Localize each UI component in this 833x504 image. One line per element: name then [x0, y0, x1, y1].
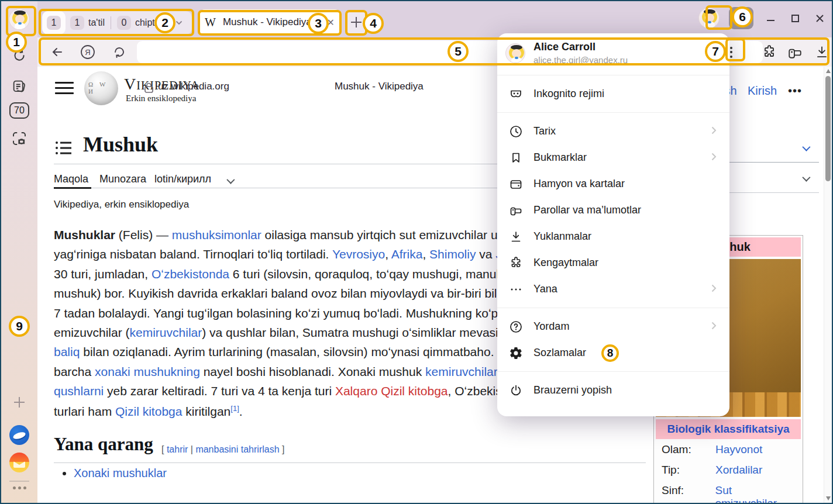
menu-item-power[interactable]: Brauzerni yopish — [497, 377, 729, 403]
wiki-link[interactable]: Afrika — [391, 247, 423, 261]
wiki-link[interactable]: manbasini tahrirlash — [195, 444, 279, 454]
see-also-list: Xonaki mushuklar — [74, 467, 167, 480]
site-subtitle: Vikipediya, erkin ensiklopediya — [54, 199, 189, 210]
wiki-menu-icon[interactable] — [55, 82, 74, 94]
wiki-link[interactable]: kemiruvchilarni — [425, 365, 498, 378]
browser-window: 70 1 1 ta'til 0 chipta W Mushuk - Vikipe… — [0, 0, 833, 504]
xonaki-mushuklar-link[interactable]: Xonaki mushuklar — [74, 467, 167, 479]
menu-item-ellipsis[interactable]: Yana — [497, 276, 729, 302]
text-segment: , Oʻzbekiston — [448, 384, 498, 398]
text-segment[interactable]: [1] — [230, 404, 239, 413]
annotation-badge-3: 3 — [308, 13, 329, 34]
wiki-link[interactable]: mushuksimonlar — [172, 228, 261, 241]
text-segment: turlari ham — [54, 405, 115, 418]
yandex-mail-icon[interactable] — [1, 453, 37, 472]
menu-item-label: Parollar va ma’lumotlar — [533, 204, 641, 216]
wiki-link[interactable]: Xalqaro Qizil kitobga — [335, 384, 448, 398]
menu-item-clock[interactable]: Tarix — [497, 118, 729, 144]
wiki-link[interactable]: kemiruvchilar — [130, 326, 202, 339]
tab-variant[interactable]: lotin/кирилл — [154, 173, 211, 185]
wiki-link[interactable]: xonaki mushukning — [95, 365, 200, 378]
menu-item-label: Yuklanmalar — [533, 230, 591, 243]
tab-munozara[interactable]: Munozara — [99, 173, 146, 185]
menu-item-bookmark[interactable]: Bukmarklar — [497, 144, 729, 171]
menu-divider — [497, 308, 729, 308]
yandex-browser-icon[interactable] — [1, 425, 37, 445]
edit-links[interactable]: [ tahrir | manbasini tahrirlash ] — [161, 444, 284, 455]
browser-dropdown-menu: Alice Carroll alice.the.girl@yandex.ru I… — [497, 33, 729, 416]
ellipsis-icon — [509, 282, 523, 296]
menu-item-label: Yordam — [533, 320, 569, 333]
annotation-badge-9: 9 — [9, 316, 30, 337]
bookmark-icon — [509, 151, 523, 165]
infobox-label: Olam: — [662, 443, 715, 456]
infobox-row: Sinf:Sut emizuvchilar — [656, 480, 801, 503]
active-tab-underline — [54, 187, 91, 189]
wiki-link[interactable]: Shimoliy — [429, 247, 476, 261]
screenshot-icon[interactable] — [1, 130, 37, 147]
add-panel-button[interactable] — [1, 397, 37, 408]
menu-item-puzzle[interactable]: Kengaytmalar — [497, 250, 729, 276]
sidebar-more-icon[interactable] — [1, 486, 37, 489]
menu-item-download[interactable]: Yuklanmalar — [497, 223, 729, 250]
text-segment: , — [385, 247, 391, 261]
top-more-menu[interactable]: ••• — [788, 84, 802, 98]
paragraph-line: emizuvchilar (kemiruvchilar) va qushlar … — [54, 326, 498, 345]
menu-item-incognito[interactable]: Inkognito rejimi — [497, 81, 729, 107]
text-segment: barcha — [54, 365, 95, 378]
menu-item-passwords[interactable]: Parollar va ma’lumotlar — [497, 197, 729, 223]
text-segment: [ — [161, 444, 167, 454]
menu-item-gear[interactable]: Sozlamalar8 — [497, 340, 729, 366]
close-button[interactable] — [812, 11, 827, 26]
text-segment: yeb zarar keltiradi. 7 turi va 4 ta kenj… — [104, 384, 335, 398]
text-segment: Mushuklar — [54, 228, 115, 241]
wiki-link[interactable]: Oʻzbekistonda — [152, 267, 229, 281]
page-scrollbar[interactable] — [824, 67, 832, 503]
infobox-value-link[interactable]: Sut emizuvchilar — [715, 484, 796, 503]
clock-icon — [509, 125, 523, 139]
scroll-up-icon[interactable] — [826, 69, 831, 73]
url-text[interactable]: uz.wikipedia.org — [158, 81, 229, 92]
tools-chevron-icon[interactable] — [802, 174, 810, 182]
infobox-label: Sinf: — [662, 484, 715, 503]
lang-chevron-icon[interactable] — [802, 143, 810, 151]
menu-item-label: Brauzerni yopish — [533, 384, 612, 396]
menu-item-wallet[interactable]: Hamyon va kartalar — [497, 171, 729, 197]
tab-maqola[interactable]: Maqola — [54, 173, 88, 185]
download-icon — [509, 230, 523, 244]
variant-chevron-icon[interactable] — [226, 176, 235, 184]
minimize-button[interactable] — [763, 11, 778, 26]
chevron-right-icon — [708, 125, 719, 138]
gear-icon — [509, 346, 523, 360]
text-segment: 6 turi (silovsin, qoraquloq, toʻqay mush… — [229, 267, 498, 281]
infobox-value-link[interactable]: Hayvonot — [715, 443, 762, 456]
wiki-link[interactable]: Yevrosiyo — [332, 247, 385, 261]
infobox-label: Tip: — [662, 464, 715, 477]
wiki-link[interactable]: qushlarni — [54, 384, 104, 398]
tab-counter-badge[interactable]: 70 — [1, 102, 37, 119]
toc-icon[interactable] — [55, 140, 73, 156]
notes-icon[interactable] — [1, 78, 37, 95]
infobox-value-link[interactable]: Xordalilar — [715, 464, 762, 477]
text-segment: , — [422, 247, 429, 261]
chevron-right-icon — [708, 151, 719, 164]
wiki-link[interactable]: Qizil kitobga — [115, 405, 182, 418]
text-segment: (Felis) — — [115, 228, 172, 241]
login-link[interactable]: Kirish — [748, 84, 777, 98]
text-segment: yagʻriniga nisbatan baland. Tirnoqlari t… — [54, 247, 332, 261]
infobox-row: Tip:Xordalilar — [656, 460, 801, 480]
infobox-section-link[interactable]: Biologik klassifikatsiya — [667, 423, 789, 435]
menu-item-help[interactable]: Yordam — [497, 313, 729, 340]
wikipedia-logo[interactable] — [84, 71, 118, 105]
paragraph-line: qushlarni yeb zarar keltiradi. 7 turi va… — [54, 384, 498, 403]
scrollbar-thumb[interactable] — [825, 76, 831, 181]
wiki-link[interactable]: tahrir — [167, 444, 188, 454]
maximize-button[interactable] — [787, 11, 803, 26]
wiki-link[interactable]: baliq — [54, 345, 80, 358]
annotation-badge-4: 4 — [363, 13, 384, 34]
annotation-badge-1: 1 — [6, 32, 27, 53]
paragraph-line: mushuk) bor. Kuyikish davrida erkaklari … — [54, 286, 498, 306]
text-segment: ] — [280, 444, 285, 454]
paragraph-line: 30 turi, jumladan, Oʻzbekistonda 6 turi … — [54, 267, 498, 286]
scroll-down-icon[interactable] — [826, 496, 831, 500]
